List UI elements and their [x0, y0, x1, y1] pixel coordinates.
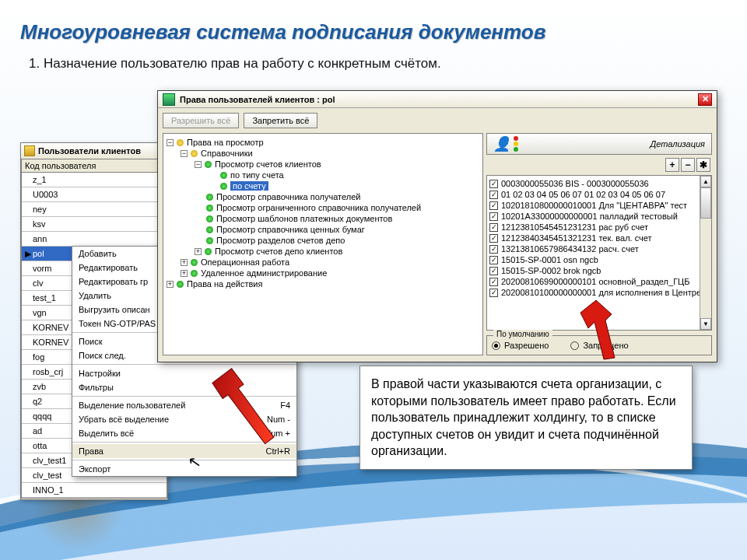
rights-window: Права пользователей клиентов : pol ✕ Раз…: [157, 90, 717, 362]
tree-label: по счету: [230, 181, 268, 191]
tree-node[interactable]: +Операционная работа: [167, 257, 479, 268]
tree-label: по типу счета: [230, 170, 284, 180]
tree-label: Права на действия: [187, 279, 262, 289]
radio-icon: [570, 341, 579, 350]
slide-title: Многоуровневая система подписания докуме…: [20, 20, 545, 44]
status-dot-icon: [177, 139, 184, 146]
scroll-up-icon[interactable]: ▲: [700, 176, 711, 187]
scroll-down-icon[interactable]: ▼: [700, 318, 711, 330]
close-icon[interactable]: ✕: [698, 93, 712, 106]
checkbox-icon[interactable]: ✓: [489, 191, 498, 199]
radio-allow[interactable]: Разрешено: [492, 341, 549, 350]
account-row[interactable]: ✓0003000055036 BIS - 0003000055036: [489, 178, 709, 189]
radio-deny-label: Запрещено: [583, 341, 628, 350]
expand-icon[interactable]: −: [181, 150, 188, 157]
tree-label: Просмотр шаблонов платежных документов: [216, 214, 392, 223]
status-dot-icon: [205, 161, 212, 168]
scroll-thumb[interactable]: [700, 187, 711, 219]
menu-item[interactable]: Убрать всё выделениеNum -: [72, 412, 296, 426]
scrollbar[interactable]: ▲ ▼: [700, 176, 711, 330]
tree-node[interactable]: по счету: [167, 180, 479, 191]
explanatory-note: В правой части указываются счета организ…: [359, 366, 693, 470]
expand-icon[interactable]: +: [195, 248, 202, 255]
radio-deny[interactable]: Запрещено: [570, 341, 628, 350]
tree-node[interactable]: Просмотр справочника получателей: [167, 191, 479, 202]
status-dot-icon: [206, 226, 213, 233]
checkbox-icon[interactable]: ✓: [489, 212, 498, 221]
menu-item[interactable]: Фильтры: [72, 380, 296, 394]
account-row[interactable]: ✓20200810100000000001 для исполнения в Ц…: [489, 287, 709, 298]
all-button[interactable]: ✱: [696, 158, 710, 172]
allow-all-button[interactable]: Разрешить всё: [163, 113, 239, 128]
expand-icon[interactable]: +: [167, 281, 174, 288]
checkbox-icon[interactable]: ✓: [489, 201, 498, 210]
add-button[interactable]: +: [665, 158, 679, 172]
status-dot-icon: [177, 281, 184, 288]
users-window-title-text: Пользователи клиентов: [38, 146, 141, 156]
status-dot-icon: [191, 270, 198, 277]
user-row[interactable]: ksv: [22, 217, 167, 232]
radio-allow-label: Разрешено: [504, 341, 549, 350]
tree-label: Права на просмотр: [187, 138, 264, 147]
tree-node[interactable]: Просмотр справочника ценных бумаг: [167, 224, 479, 235]
tree-node[interactable]: −Справочники: [167, 148, 479, 159]
user-row[interactable]: INNO_1: [22, 483, 167, 498]
expand-icon[interactable]: +: [181, 270, 188, 277]
checkbox-icon[interactable]: ✓: [489, 256, 498, 264]
expand-icon[interactable]: +: [181, 259, 188, 266]
checkbox-icon[interactable]: ✓: [489, 245, 498, 254]
avatar-icon: 👤: [493, 135, 510, 152]
expand-icon[interactable]: −: [167, 139, 174, 146]
user-row[interactable]: ney: [22, 202, 167, 217]
user-row[interactable]: z_1: [22, 173, 167, 187]
user-row[interactable]: ann: [22, 232, 167, 247]
menu-item[interactable]: Выделение пользователейF4: [72, 398, 296, 412]
tree-node[interactable]: Просмотр разделов счетов депо: [167, 235, 479, 246]
status-dot-icon: [220, 172, 227, 179]
account-row[interactable]: ✓10201А33000000000001 палладий тестовый: [489, 211, 709, 222]
menu-item[interactable]: Выделить всёNum +: [72, 426, 296, 440]
tree-node[interactable]: +Удаленное администрирование: [167, 268, 479, 278]
account-list[interactable]: ▲ ▼ ✓0003000055036 BIS - 0003000055036✓0…: [486, 175, 712, 331]
tree-label: Просмотр разделов счетов депо: [216, 236, 345, 245]
menu-item[interactable]: Настройки: [72, 366, 296, 380]
rights-titlebar: Права пользователей клиентов : pol ✕: [158, 91, 717, 108]
status-dot-icon: [205, 248, 212, 255]
window-icon: [163, 93, 175, 106]
tree-node[interactable]: −Просмотр счетов клиентов: [167, 159, 479, 170]
user-row[interactable]: U0003: [22, 187, 167, 202]
tree-node[interactable]: −Права на просмотр: [167, 137, 479, 148]
tree-node[interactable]: +Просмотр счетов депо клиентов: [167, 246, 479, 257]
tree-node[interactable]: +Права на действия: [167, 278, 479, 289]
traffic-light-icon: [514, 135, 521, 152]
remove-button[interactable]: −: [681, 158, 695, 172]
radio-icon: [492, 341, 500, 350]
menu-item[interactable]: Экспорт: [72, 462, 296, 476]
checkbox-icon[interactable]: ✓: [489, 267, 498, 275]
tree-node[interactable]: Просмотр ограниченного справочника получ…: [167, 202, 479, 213]
account-row[interactable]: ✓01 02 03 04 05 06 07 01 02 03 04 05 06 …: [489, 189, 709, 200]
rights-tree[interactable]: −Права на просмотр−Справочники−Просмотр …: [163, 133, 483, 355]
account-row[interactable]: ✓12123840345451321231 тек. вал. счет: [489, 233, 709, 243]
account-label: 10201810800000010001 Для "ЦЕНТАВРА" тест: [501, 201, 687, 210]
account-row[interactable]: ✓12123810545451231231 рас руб счет: [489, 222, 709, 233]
status-dot-icon: [206, 215, 213, 222]
status-dot-icon: [220, 183, 227, 190]
expand-icon[interactable]: −: [195, 161, 202, 168]
checkbox-icon[interactable]: ✓: [489, 180, 498, 188]
checkbox-icon[interactable]: ✓: [489, 234, 498, 243]
checkbox-icon[interactable]: ✓: [489, 278, 498, 286]
deny-all-button[interactable]: Запретить всё: [244, 113, 317, 128]
tree-node[interactable]: Просмотр шаблонов платежных документов: [167, 213, 479, 224]
account-row[interactable]: ✓13213810657986434132 расч. счет: [489, 243, 709, 254]
checkbox-icon[interactable]: ✓: [489, 223, 498, 232]
menu-item[interactable]: ПраваCtrl+R: [72, 444, 296, 458]
account-row[interactable]: ✓15015-SP-0001 osn ngcb: [489, 254, 709, 265]
checkbox-icon[interactable]: ✓: [489, 289, 498, 297]
account-row[interactable]: ✓15015-SP-0002 brok ngcb: [489, 265, 709, 276]
users-column-header[interactable]: Код пользователя: [22, 159, 167, 173]
account-row[interactable]: ✓10201810800000010001 Для "ЦЕНТАВРА" тес…: [489, 200, 709, 211]
account-row[interactable]: ✓20200810699000000101 основной_раздел_ГЦ…: [489, 276, 709, 287]
tree-node[interactable]: по типу счета: [167, 170, 479, 180]
tree-label: Просмотр счетов депо клиентов: [215, 247, 342, 256]
